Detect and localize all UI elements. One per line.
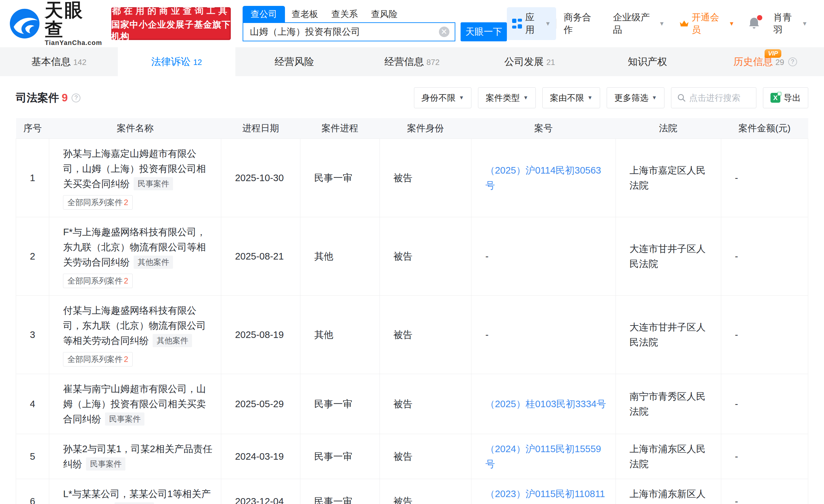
case-number[interactable]: （2023）沪0115民初110811号 — [485, 489, 605, 504]
case-name-cell: 孙某2与司某1，司某2相关产品责任纠纷民事案件 — [49, 434, 221, 479]
case-amount: - — [721, 434, 808, 479]
progress-date: 2025-05-29 — [221, 374, 300, 434]
business-cooperation-link[interactable]: 商务合作 — [556, 11, 606, 36]
case-progress: 其他 — [300, 217, 380, 295]
progress-date: 2024-03-19 — [221, 434, 300, 479]
court-name: 上海市浦东区人民法院 — [616, 434, 721, 479]
filter-more[interactable]: 更多筛选▼ — [607, 87, 664, 108]
tab-operation-info[interactable]: 经营信息872 — [353, 47, 471, 76]
case-seq: 6 — [16, 479, 49, 504]
chevron-down-icon: ▼ — [587, 95, 593, 101]
case-type-tag: 其他案件 — [134, 256, 173, 269]
search-input[interactable]: 山姆（上海）投资有限公司 ✕ — [242, 22, 455, 41]
enterprise-products-menu[interactable]: 企业级产品 ▼ — [606, 11, 672, 36]
vip-badge: VIP — [764, 49, 781, 58]
help-icon[interactable]: ? — [72, 94, 81, 102]
case-type-tag: 民事案件 — [134, 177, 173, 190]
top-header: 天眼查 TianYanCha.com 都在用的商业查询工具 国家中小企业发展子基… — [0, 0, 824, 47]
notification-dot — [757, 15, 762, 20]
case-name-cell: 崔某与南宁山姆超市有限公司，山姆（上海）投资有限公司相关买卖合同纠纷民事案件 — [49, 374, 221, 434]
search-tab-relation[interactable]: 查关系 — [325, 6, 365, 22]
apps-label: 应用 — [525, 11, 542, 36]
court-name: 上海市浦东新区人民法院 — [616, 479, 721, 504]
chevron-down-icon: ▼ — [459, 95, 464, 101]
case-number-cell: （2025）桂0103民初3334号 — [472, 374, 616, 434]
promo-line2: 国家中小企业发展子基金旗下机构 — [111, 19, 231, 42]
case-number[interactable]: （2025）沪0114民初30563号 — [485, 165, 601, 191]
export-button[interactable]: X 导出 — [763, 87, 808, 108]
tab-legal-litigation[interactable]: 法律诉讼12 — [118, 47, 236, 76]
search-tabs: 查公司 查老板 查关系 查风险 — [242, 6, 507, 22]
apps-menu[interactable]: 应用 ▼ — [507, 7, 556, 40]
case-seq: 1 — [16, 138, 49, 217]
col-seq: 序号 — [16, 118, 49, 138]
court-name: 大连市甘井子区人民法院 — [616, 217, 721, 295]
case-name-cell: 孙某与上海嘉定山姆超市有限公司，山姆（上海）投资有限公司相关买卖合同纠纷民事案件… — [49, 138, 221, 217]
case-amount: - — [721, 295, 808, 374]
search-button[interactable]: 天眼一下 — [460, 22, 507, 41]
chevron-down-icon: ▼ — [523, 95, 528, 101]
progress-date: 2023-12-04 — [221, 479, 300, 504]
tab-company-development[interactable]: 公司发展21 — [471, 47, 589, 76]
table-row: 3 付某与上海趣盛网络科技有限公司，东九联（北京）物流有限公司等相关劳动合同纠纷… — [16, 295, 808, 374]
case-number: - — [485, 330, 489, 340]
case-number[interactable]: （2025）桂0103民初3334号 — [485, 399, 606, 409]
court-name: 上海市嘉定区人民法院 — [616, 138, 721, 217]
table-row: 4 崔某与南宁山姆超市有限公司，山姆（上海）投资有限公司相关买卖合同纠纷民事案件… — [16, 374, 808, 434]
series-cases-link[interactable]: 全部同系列案件2 — [63, 195, 132, 210]
filter-cause[interactable]: 案由不限▼ — [542, 87, 600, 108]
search-tab-boss[interactable]: 查老板 — [285, 6, 325, 22]
case-name-cell: L*与某某公司，某某公司1等相关产品责任纠纷民事案件 — [49, 479, 221, 504]
search-tab-risk[interactable]: 查风险 — [365, 6, 404, 22]
chevron-down-icon: ▼ — [729, 20, 735, 27]
progress-date: 2025-08-21 — [221, 217, 300, 295]
case-amount: - — [721, 479, 808, 504]
tab-operation-risk[interactable]: 经营风险 — [235, 47, 353, 76]
filter-case-type[interactable]: 案件类型▼ — [478, 87, 536, 108]
case-type-tag: 民事案件 — [105, 412, 144, 425]
section-title-judicial-cases: 司法案件 9 ? — [16, 91, 81, 105]
help-icon[interactable]: ? — [788, 57, 797, 66]
enterprise-label: 企业级产品 — [613, 11, 656, 36]
open-vip-link[interactable]: 开通会员 ▼ — [672, 11, 742, 36]
cases-table: 序号 案件名称 进程日期 案件进程 案件身份 案号 法院 案件金额(元) 1 孙… — [16, 118, 808, 504]
case-number-cell: （2024）沪0115民初15559号 — [472, 434, 616, 479]
tab-basic-info[interactable]: 基本信息142 — [0, 47, 118, 76]
filter-identity[interactable]: 身份不限▼ — [414, 87, 472, 108]
tab-intellectual-property[interactable]: 知识产权 — [589, 47, 707, 76]
series-cases-link[interactable]: 全部同系列案件2 — [63, 274, 132, 288]
tab-history-info[interactable]: VIP 历史信息29 ? — [706, 47, 824, 76]
col-case-name: 案件名称 — [49, 118, 221, 138]
search-area: 查公司 查老板 查关系 查风险 山姆（上海）投资有限公司 ✕ 天眼一下 — [242, 6, 507, 41]
logo-subtitle: TianYanCha.com — [45, 39, 103, 46]
case-identity: 被告 — [380, 217, 472, 295]
case-number: - — [485, 251, 489, 261]
search-tab-company[interactable]: 查公司 — [242, 6, 285, 22]
case-identity: 被告 — [380, 374, 472, 434]
case-number-cell: - — [472, 295, 616, 374]
case-amount: - — [721, 374, 808, 434]
table-header-row: 序号 案件名称 进程日期 案件进程 案件身份 案号 法院 案件金额(元) — [16, 118, 808, 138]
case-type-tag: 民事案件 — [86, 458, 125, 471]
col-progress-date: 进程日期 — [221, 118, 300, 138]
court-name: 南宁市青秀区人民法院 — [616, 374, 721, 434]
case-progress: 民事一审 — [300, 479, 380, 504]
case-search-input[interactable]: 点击进行搜索 — [671, 87, 756, 108]
case-progress: 民事一审 — [300, 374, 380, 434]
user-menu[interactable]: 肖青羽 ▼ — [766, 11, 815, 36]
case-amount: - — [721, 217, 808, 295]
clear-search-icon[interactable]: ✕ — [439, 27, 449, 37]
case-amount: - — [721, 138, 808, 217]
table-row: 5 孙某2与司某1，司某2相关产品责任纠纷民事案件 2024-03-19 民事一… — [16, 434, 808, 479]
tianyancha-logo[interactable]: 天眼查 TianYanCha.com — [9, 1, 103, 47]
case-seq: 5 — [16, 434, 49, 479]
username: 肖青羽 — [774, 11, 799, 36]
promo-banner[interactable]: 都在用的商业查询工具 国家中小企业发展子基金旗下机构 — [111, 7, 231, 40]
case-type-tag: 其他案件 — [152, 334, 192, 347]
case-name: 孙某2与司某1，司某2相关产品责任纠纷 — [63, 444, 212, 469]
series-cases-link[interactable]: 全部同系列案件2 — [63, 352, 132, 367]
case-number-cell: （2025）沪0114民初30563号 — [472, 138, 616, 217]
notification-bell[interactable] — [742, 17, 766, 30]
chevron-down-icon: ▼ — [802, 20, 808, 27]
case-number[interactable]: （2024）沪0115民初15559号 — [485, 444, 601, 469]
